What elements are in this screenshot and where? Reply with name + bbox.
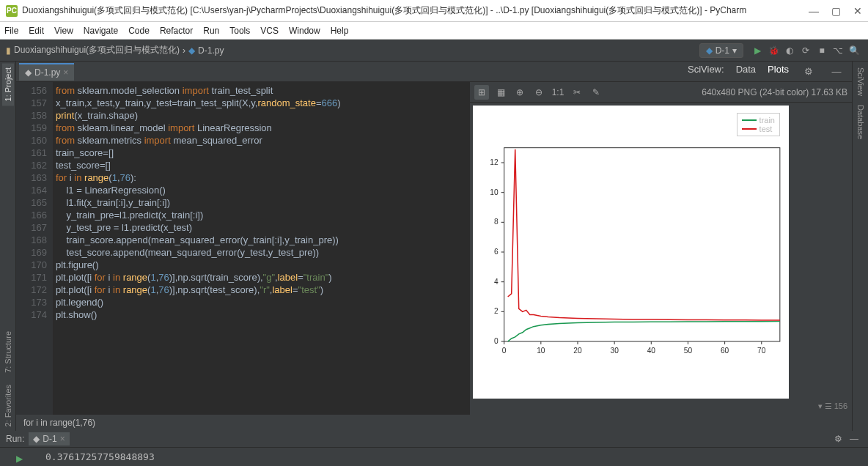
vcs-button[interactable]: ⌥	[830, 42, 846, 59]
menu-view[interactable]: View	[54, 26, 73, 36]
svg-text:2: 2	[494, 307, 499, 315]
menu-tools[interactable]: Tools	[229, 26, 250, 36]
minimize-button[interactable]: —	[809, 7, 818, 15]
gutter: 1561571581591601611621631641651661671681…	[16, 82, 53, 415]
attach-button[interactable]: ⟳	[798, 42, 814, 59]
sciview-label: SciView:	[688, 64, 724, 80]
coverage-button[interactable]: ◐	[781, 42, 798, 59]
thumbnail-column: ×××××	[792, 103, 852, 402]
sciview-tool-5[interactable]: ✂	[570, 85, 584, 100]
python-file-icon: ◆	[33, 434, 40, 444]
menu-edit[interactable]: Edit	[29, 26, 44, 36]
breadcrumb-file[interactable]: D-1.py	[198, 45, 224, 56]
code-editor[interactable]: 1561571581591601611621631641651661671681…	[16, 82, 469, 415]
gear-icon[interactable]: ⚙	[830, 431, 846, 447]
image-info: 640x480 PNG (24-bit color) 17.63 KB	[702, 87, 847, 97]
menu-run[interactable]: Run	[203, 26, 219, 36]
folder-icon: ▮	[6, 45, 11, 56]
menu-navigate[interactable]: Navigate	[84, 26, 118, 36]
sciview-panel: ⊞▦⊕⊖1:1✂✎640x480 PNG (24-bit color) 17.6…	[469, 82, 852, 415]
svg-text:40: 40	[647, 347, 656, 355]
menu-bar: FileEditViewNavigateCodeRefactorRunTools…	[0, 22, 868, 40]
title-bar: PC Duoxiangshihuigui(多项式回归与模式范化) [C:\Use…	[0, 0, 868, 22]
app-icon: PC	[6, 5, 18, 17]
legend: traintest	[737, 113, 780, 136]
sciview-side-tab[interactable]: SciView	[855, 63, 867, 100]
svg-text:0: 0	[494, 337, 499, 345]
favorites-tool-tab[interactable]: 2: Favorites	[2, 380, 14, 431]
svg-text:8: 8	[494, 218, 499, 226]
python-file-icon: ◆	[706, 45, 713, 56]
nav-bar: ▮ Duoxiangshihuigui(多项式回归与模式范化) › ◆ D-1.…	[0, 40, 868, 62]
svg-text:20: 20	[573, 347, 582, 355]
structure-tool-tab[interactable]: 7: Structure	[2, 327, 14, 377]
svg-text:6: 6	[494, 248, 499, 256]
code-area[interactable]: from sklearn.model_selection import trai…	[53, 82, 469, 415]
run-tool-window: Run: ◆ D-1 × ⚙ — ▶ ■ ⏸ ⇥ ↑ ↓ » 0.3761725…	[0, 431, 868, 466]
svg-text:0: 0	[502, 347, 507, 355]
plot-canvas[interactable]: 010203040506070024681012 traintest	[473, 106, 789, 399]
window-title: Duoxiangshihuigui(多项式回归与模式范化) [C:\Users\…	[22, 4, 809, 17]
run-output[interactable]: 0.37617257759848893 510069.1714111091 -1…	[38, 448, 868, 466]
search-button[interactable]: 🔍	[846, 42, 862, 59]
chart-svg: 010203040506070024681012	[474, 107, 787, 397]
breadcrumb-folder[interactable]: Duoxiangshihuigui(多项式回归与模式范化)	[14, 44, 180, 56]
sciview-toolbar: ⊞▦⊕⊖1:1✂✎640x480 PNG (24-bit color) 17.6…	[470, 82, 852, 103]
rerun-button[interactable]: ▶	[11, 451, 27, 466]
svg-text:10: 10	[490, 188, 499, 196]
run-button[interactable]: ▶	[749, 42, 765, 59]
sciview-tool-6[interactable]: ✎	[589, 85, 603, 100]
menu-vcs[interactable]: VCS	[260, 26, 279, 36]
stop-button[interactable]: ■	[814, 42, 830, 59]
run-actions: ▶ ■ ⏸ ⇥ ↑ ↓ »	[0, 448, 38, 466]
svg-text:30: 30	[610, 347, 619, 355]
close-tab-icon[interactable]: ×	[63, 67, 68, 78]
menu-help[interactable]: Help	[331, 26, 349, 36]
gear-icon[interactable]: ⚙	[801, 64, 817, 80]
chevron-down-icon: ▾	[732, 45, 737, 56]
editor-tab-row: ◆ D-1.py × SciView: Data Plots ⚙ —	[16, 62, 852, 82]
svg-text:70: 70	[757, 347, 766, 355]
left-tool-strip: 1: Project 7: Structure 2: Favorites	[0, 62, 16, 431]
close-icon[interactable]: ×	[60, 434, 65, 444]
debug-button[interactable]: 🐞	[765, 42, 781, 59]
sciview-plots-tab[interactable]: Plots	[768, 64, 789, 80]
sciview-tool-2[interactable]: ⊕	[512, 85, 527, 100]
python-file-icon: ◆	[188, 45, 195, 56]
svg-text:10: 10	[537, 347, 545, 355]
breadcrumb-sep: ›	[183, 45, 185, 56]
svg-text:12: 12	[490, 158, 499, 166]
run-config-selector[interactable]: ◆ D-1 ▾	[699, 43, 743, 58]
sciview-tool-1[interactable]: ▦	[493, 85, 508, 100]
minimize-icon[interactable]: —	[846, 431, 862, 447]
editor-tab-label: D-1.py	[34, 67, 60, 78]
svg-rect-0	[504, 148, 780, 341]
menu-window[interactable]: Window	[289, 26, 320, 36]
svg-text:4: 4	[494, 278, 499, 286]
close-button[interactable]: ✕	[853, 7, 862, 15]
minimize-icon[interactable]: —	[828, 64, 845, 80]
menu-code[interactable]: Code	[128, 26, 150, 36]
editor-tab[interactable]: ◆ D-1.py ×	[19, 63, 74, 81]
plot-main: 010203040506070024681012 traintest	[470, 103, 792, 402]
database-side-tab[interactable]: Database	[855, 100, 867, 144]
run-config-label: D-1	[716, 45, 729, 56]
sciview-tool-3[interactable]: ⊖	[532, 85, 546, 100]
sciview-tool-4[interactable]: 1:1	[551, 85, 565, 100]
project-tool-tab[interactable]: 1: Project	[2, 63, 14, 106]
right-tool-strip: SciView Database	[852, 62, 868, 431]
maximize-button[interactable]: ▢	[831, 7, 840, 15]
svg-text:50: 50	[684, 347, 693, 355]
run-tab[interactable]: ◆ D-1 ×	[29, 432, 69, 445]
python-file-icon: ◆	[25, 67, 32, 78]
run-title: Run:	[6, 434, 24, 444]
menu-file[interactable]: File	[4, 26, 18, 36]
sciview-status: ▾ ☰ 156	[470, 402, 852, 415]
menu-refactor[interactable]: Refactor	[160, 26, 193, 36]
sciview-tool-0[interactable]: ⊞	[474, 85, 489, 100]
sciview-data-tab[interactable]: Data	[736, 64, 756, 80]
code-breadcrumb: for i in range(1,76)	[16, 415, 852, 431]
run-tab-label: D-1	[43, 434, 56, 444]
svg-text:60: 60	[721, 347, 729, 355]
